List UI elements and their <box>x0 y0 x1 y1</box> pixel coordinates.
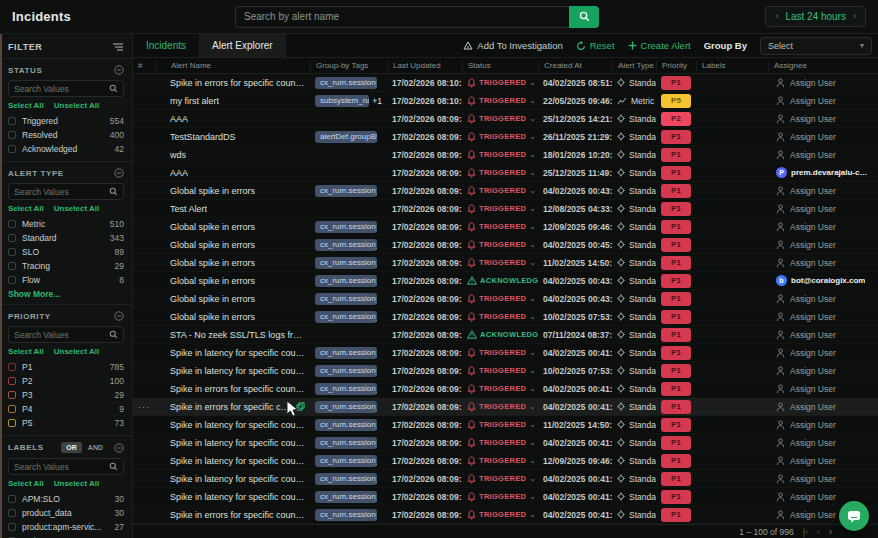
and-toggle[interactable]: AND <box>83 442 108 453</box>
checkbox[interactable] <box>8 363 16 371</box>
filter-search-input[interactable] <box>14 187 109 197</box>
alert-name[interactable]: Spike in latency for specific country <box>170 348 305 358</box>
group-by-tag-chip[interactable]: cx_rum.session_conte <box>315 419 377 431</box>
unselect-all-link[interactable]: Unselect All <box>54 204 100 213</box>
filter-item[interactable]: P5 73 <box>8 416 124 429</box>
chat-widget-button[interactable] <box>839 501 869 531</box>
filter-item[interactable]: amirtest 21 <box>8 534 124 538</box>
status-dropdown-icon[interactable]: ⌄ <box>529 168 538 177</box>
assign-user-button[interactable]: Assign User <box>776 96 836 106</box>
table-row[interactable]: ··· Spike in errors for specific country… <box>133 398 878 416</box>
filter-item[interactable]: P1 785 <box>8 360 124 373</box>
table-row[interactable]: ··· Test Alert 17/02/2026 08:09:25 TRIGG… <box>133 200 878 218</box>
time-range-button[interactable]: ‹ Last 24 hours › <box>765 6 866 27</box>
group-by-tag-chip[interactable]: cx_rum.session_conte <box>315 77 377 89</box>
alert-name[interactable]: Spike in latency for specific country <box>170 366 305 376</box>
alert-name[interactable]: Global spike in errors <box>170 240 255 250</box>
assign-user-button[interactable]: Assign User <box>776 456 836 466</box>
checkbox[interactable] <box>8 391 16 399</box>
group-by-tag-chip[interactable]: cx_rum.session_conte <box>315 275 377 287</box>
assign-user-button[interactable]: Assign User <box>776 510 836 520</box>
table-row[interactable]: ··· Spike in latency for specific countr… <box>133 344 878 362</box>
assign-user-button[interactable]: Assign User <box>776 312 836 322</box>
unselect-all-link[interactable]: Unselect All <box>54 479 100 488</box>
col-header-alert-type[interactable]: Alert Type <box>612 61 656 71</box>
row-menu-icon[interactable]: ··· <box>138 402 150 412</box>
table-row[interactable]: ··· Spike in errors for specific country… <box>133 506 878 524</box>
select-all-link[interactable]: Select All <box>8 347 44 356</box>
filter-item[interactable]: Standard 343 <box>8 231 124 244</box>
group-by-tag-chip[interactable]: cx_rum.session_conte <box>315 473 377 485</box>
table-row[interactable]: ··· Spike in latency for specific countr… <box>133 470 878 488</box>
alert-name[interactable]: Spike in latency for specific country <box>170 438 305 448</box>
status-dropdown-icon[interactable]: ⌄ <box>529 510 538 519</box>
filter-search-input[interactable] <box>14 84 109 94</box>
table-row[interactable]: ··· STA - No zeek SSL/TLS logs from STA … <box>133 326 878 344</box>
checkbox[interactable] <box>8 523 16 531</box>
status-dropdown-icon[interactable]: ⌄ <box>529 492 538 501</box>
collapse-section-icon[interactable] <box>114 168 124 178</box>
group-by-tag-chip[interactable]: cx_rum.session_conte <box>315 239 377 251</box>
assign-user-button[interactable]: Assign User <box>776 240 836 250</box>
assign-user-button[interactable]: Assign User <box>776 258 836 268</box>
unselect-all-link[interactable]: Unselect All <box>54 347 100 356</box>
assign-user-button[interactable]: Assign User <box>776 474 836 484</box>
create-alert-button[interactable]: Create Alert <box>628 40 691 51</box>
filter-item[interactable]: Metric 510 <box>8 217 124 230</box>
group-by-tag-chip[interactable]: cx_rum.session_conte <box>315 509 377 521</box>
alert-name[interactable]: Global spike in errors <box>170 186 255 196</box>
assign-user-button[interactable]: Assign User <box>776 420 836 430</box>
status-dropdown-icon[interactable]: ⌄ <box>529 312 538 321</box>
checkbox[interactable] <box>8 405 16 413</box>
assign-user-button[interactable]: Assign User <box>776 132 836 142</box>
or-toggle[interactable]: OR <box>61 442 82 453</box>
assign-user-button[interactable]: Assign User <box>776 78 836 88</box>
table-row[interactable]: ··· Spike in latency for specific countr… <box>133 452 878 470</box>
status-dropdown-icon[interactable]: ⌄ <box>529 438 538 447</box>
col-header-priority[interactable]: Priority <box>656 61 696 71</box>
status-dropdown-icon[interactable]: ⌄ <box>529 366 538 375</box>
alert-name[interactable]: Test Alert <box>170 204 207 214</box>
tab-incidents[interactable]: Incidents <box>133 34 199 57</box>
assignee-user[interactable]: b bot@coralogix.com <box>776 275 865 286</box>
show-more-link[interactable]: Show More... <box>8 289 124 299</box>
status-dropdown-icon[interactable]: ⌄ <box>529 132 538 141</box>
checkbox[interactable] <box>8 419 16 427</box>
status-dropdown-icon[interactable]: ⌄ <box>529 420 538 429</box>
group-by-tag-chip[interactable]: cx_rum.session_conte <box>315 311 377 323</box>
assign-user-button[interactable]: Assign User <box>776 204 836 214</box>
alert-name[interactable]: Spike in latency for specific country <box>170 492 305 502</box>
alert-name[interactable]: Spike in errors for specific country <box>170 510 305 520</box>
alert-name[interactable]: wds <box>170 150 186 160</box>
alert-name[interactable]: Spike in latency for specific country <box>170 456 305 466</box>
add-to-investigation-button[interactable]: Add To Investigation <box>463 40 562 51</box>
group-by-select[interactable]: Select ▾ <box>760 37 872 55</box>
table-row[interactable]: ··· Spike in latency for specific countr… <box>133 362 878 380</box>
alert-name[interactable]: Global spike in errors <box>170 222 255 232</box>
table-row[interactable]: ··· TestStandardDS alertDef.groupByKeys … <box>133 128 878 146</box>
alert-name[interactable]: Spike in errors for specific country <box>170 78 305 88</box>
table-row[interactable]: ··· Global spike in errors cx_rum.sessio… <box>133 272 878 290</box>
status-dropdown-icon[interactable]: ⌄ <box>529 114 538 123</box>
select-all-link[interactable]: Select All <box>8 101 44 110</box>
status-dropdown-icon[interactable]: ⌄ <box>529 294 538 303</box>
checkbox[interactable] <box>8 234 16 242</box>
filter-item[interactable]: Acknowledged 42 <box>8 142 124 155</box>
checkbox[interactable] <box>8 117 16 125</box>
alert-name[interactable]: AAA <box>170 168 188 178</box>
assign-user-button[interactable]: Assign User <box>776 330 836 340</box>
status-dropdown-icon[interactable]: ⌄ <box>529 78 538 87</box>
alert-name[interactable]: STA - No zeek SSL/TLS logs from STA tool… <box>170 330 305 340</box>
assignee-user[interactable]: P prem.devarajalu-c@ctc-g.co <box>776 167 873 178</box>
alert-name[interactable]: Global spike in errors <box>170 276 255 286</box>
group-by-tag-chip[interactable]: alertDef.groupByKeys <box>315 131 377 143</box>
search-input[interactable] <box>235 6 569 28</box>
group-by-tag-chip[interactable]: cx_rum.session_conte <box>315 185 377 197</box>
status-dropdown-icon[interactable]: ⌄ <box>529 402 538 411</box>
col-header-alert-name[interactable]: Alert Name <box>155 61 310 71</box>
group-by-tag-chip[interactable]: cx_rum.session_conte <box>315 401 377 413</box>
filter-item[interactable]: product_data 30 <box>8 506 124 519</box>
group-by-tag-chip[interactable]: cx_rum.session_conte <box>315 365 377 377</box>
filter-item[interactable]: Resolved 400 <box>8 128 124 141</box>
alert-name[interactable]: Global spike in errors <box>170 312 255 322</box>
